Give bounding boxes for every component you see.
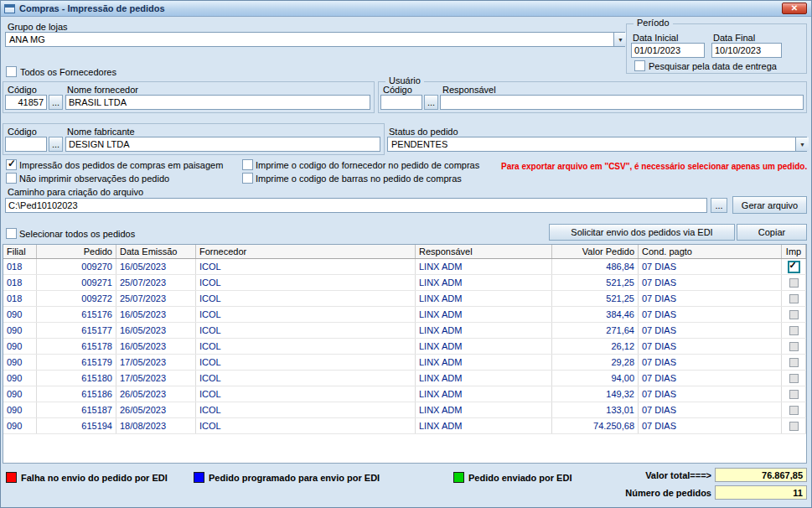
fornecedor-browse-button[interactable]: ... — [49, 95, 63, 110]
paisagem-checkbox[interactable] — [6, 159, 17, 170]
cell-data: 26/05/2023 — [116, 402, 196, 417]
cell-cond: 07 DIAS — [639, 339, 782, 354]
numero-pedidos-label: Número de pedidos — [579, 488, 711, 498]
cell-valor: 26,12 — [552, 339, 639, 354]
column-header-data[interactable]: Data Emissão — [116, 245, 196, 258]
table-row[interactable]: 09061518626/05/2023ICOLLINX ADM149,3207 … — [3, 386, 806, 402]
chevron-down-icon[interactable]: ▼ — [613, 33, 627, 46]
imprime-cod-fornecedor-checkbox[interactable] — [242, 159, 253, 170]
column-header-cond[interactable]: Cond. pagto — [639, 245, 782, 258]
cell-valor: 133,01 — [552, 402, 639, 417]
cell-fornecedor: ICOL — [196, 371, 416, 386]
cell-data: 25/07/2023 — [116, 291, 196, 306]
fabricante-nome-input[interactable] — [65, 137, 380, 152]
copiar-button[interactable]: Copiar — [737, 224, 807, 241]
table-row[interactable]: 01800927225/07/2023ICOLLINX ADM521,2507 … — [3, 291, 806, 307]
imp-checkbox[interactable] — [789, 294, 799, 303]
column-header-imp[interactable]: Imp — [782, 245, 806, 258]
fornecedor-codigo-input[interactable] — [5, 95, 47, 110]
table-row[interactable]: 09061519418/08/2023ICOLLINX ADM74.250,68… — [3, 418, 806, 434]
cell-pedido: 615176 — [37, 307, 116, 322]
cell-imp — [782, 355, 806, 370]
close-button[interactable]: ✕ — [782, 3, 807, 14]
cell-pedido: 009272 — [37, 291, 116, 306]
cell-imp — [782, 386, 806, 402]
todos-fornecedores-checkbox[interactable] — [6, 66, 17, 77]
grupo-lojas-select[interactable]: ANA MG ▼ — [5, 32, 625, 47]
status-pedido-select[interactable]: PENDENTES ▼ — [387, 137, 807, 152]
cell-imp — [782, 323, 806, 338]
caminho-arquivo-input[interactable] — [5, 198, 707, 213]
column-header-pedido[interactable]: Pedido — [37, 245, 116, 258]
cell-responsavel: LINX ADM — [416, 307, 552, 322]
cell-fornecedor: ICOL — [196, 339, 416, 354]
cell-fornecedor: ICOL — [196, 418, 416, 433]
fornecedor-nome-input[interactable] — [65, 95, 370, 110]
imprime-cod-barras-checkbox[interactable] — [242, 173, 253, 184]
cell-cond: 07 DIAS — [639, 418, 782, 433]
cell-fornecedor: ICOL — [196, 259, 416, 274]
solicitar-edi-button[interactable]: Solicitar envio dos pedidos via EDI — [549, 224, 735, 241]
column-header-filial[interactable]: Filial — [3, 245, 37, 258]
imp-checkbox[interactable] — [789, 374, 799, 383]
imp-checkbox[interactable] — [789, 342, 799, 351]
cell-data: 16/05/2023 — [116, 307, 196, 322]
cell-data: 17/05/2023 — [116, 371, 196, 386]
cell-fornecedor: ICOL — [196, 275, 416, 290]
cell-responsavel: LINX ADM — [416, 371, 552, 386]
imp-checkbox[interactable] — [789, 326, 799, 335]
data-inicial-input[interactable] — [631, 43, 705, 58]
cell-data: 16/05/2023 — [116, 339, 196, 354]
cell-cond: 07 DIAS — [639, 323, 782, 338]
cell-valor: 271,64 — [552, 323, 639, 338]
imp-checkbox[interactable] — [789, 278, 799, 288]
cell-imp — [782, 339, 806, 354]
orders-table-header: FilialPedidoData EmissãoFornecedorRespon… — [3, 245, 806, 259]
imp-checkbox[interactable] — [789, 422, 799, 431]
pesquisar-entrega-checkbox[interactable] — [634, 60, 645, 71]
selecionar-todos-checkbox[interactable] — [6, 228, 17, 239]
edi-fail-color-swatch — [6, 472, 17, 483]
cell-responsavel: LINX ADM — [416, 418, 552, 433]
imp-checkbox[interactable] — [789, 390, 799, 399]
imp-checkbox[interactable] — [789, 310, 799, 319]
chevron-down-icon[interactable]: ▼ — [795, 137, 809, 151]
valor-total-label: Valor total===> — [579, 470, 711, 480]
cell-cond: 07 DIAS — [639, 402, 782, 417]
fabricante-browse-button[interactable]: ... — [49, 137, 63, 152]
cell-filial: 090 — [3, 371, 37, 386]
column-header-valor[interactable]: Valor Pedido — [552, 245, 639, 258]
cell-imp — [782, 259, 806, 274]
table-row[interactable]: 09061518726/05/2023ICOLLINX ADM133,0107 … — [3, 402, 806, 418]
cell-valor: 149,32 — [552, 386, 639, 402]
cell-filial: 018 — [3, 259, 37, 274]
responsavel-label: Responsável — [442, 85, 496, 95]
usuario-codigo-input[interactable] — [380, 95, 422, 110]
imp-checkbox[interactable] — [788, 261, 800, 273]
table-row[interactable]: 09061517616/05/2023ICOLLINX ADM384,4607 … — [3, 307, 806, 323]
nao-imprimir-obs-checkbox[interactable] — [6, 173, 17, 184]
cell-filial: 018 — [3, 275, 37, 290]
table-row[interactable]: 09061518017/05/2023ICOLLINX ADM94,0007 D… — [3, 371, 806, 386]
gerar-arquivo-button[interactable]: Gerar arquivo — [732, 196, 807, 214]
table-row[interactable]: 01800927016/05/2023ICOLLINX ADM486,8407 … — [3, 259, 806, 275]
selecionar-todos-label: Selecionar todos os pedidos — [19, 229, 135, 239]
imp-checkbox[interactable] — [789, 406, 799, 415]
data-final-input[interactable] — [711, 43, 782, 58]
column-header-fornecedor[interactable]: Fornecedor — [196, 245, 416, 258]
column-header-responsavel[interactable]: Responsável — [416, 245, 552, 258]
cell-fornecedor: ICOL — [196, 386, 416, 402]
table-row[interactable]: 09061517816/05/2023ICOLLINX ADM26,1207 D… — [3, 339, 806, 355]
cell-responsavel: LINX ADM — [416, 275, 552, 290]
cell-fornecedor: ICOL — [196, 355, 416, 370]
table-row[interactable]: 09061517917/05/2023ICOLLINX ADM29,2807 D… — [3, 355, 806, 371]
usuario-browse-button[interactable]: ... — [424, 95, 438, 110]
caminho-browse-button[interactable]: ... — [711, 198, 727, 213]
responsavel-input[interactable] — [440, 95, 804, 110]
imp-checkbox[interactable] — [789, 358, 799, 367]
table-row[interactable]: 01800927125/07/2023ICOLLINX ADM521,2507 … — [3, 275, 806, 291]
cell-fornecedor: ICOL — [196, 307, 416, 322]
title-bar[interactable]: Compras - Impressão de pedidos ✕ — [1, 1, 811, 17]
fabricante-codigo-input[interactable] — [5, 137, 47, 152]
table-row[interactable]: 09061517716/05/2023ICOLLINX ADM271,6407 … — [3, 323, 806, 339]
